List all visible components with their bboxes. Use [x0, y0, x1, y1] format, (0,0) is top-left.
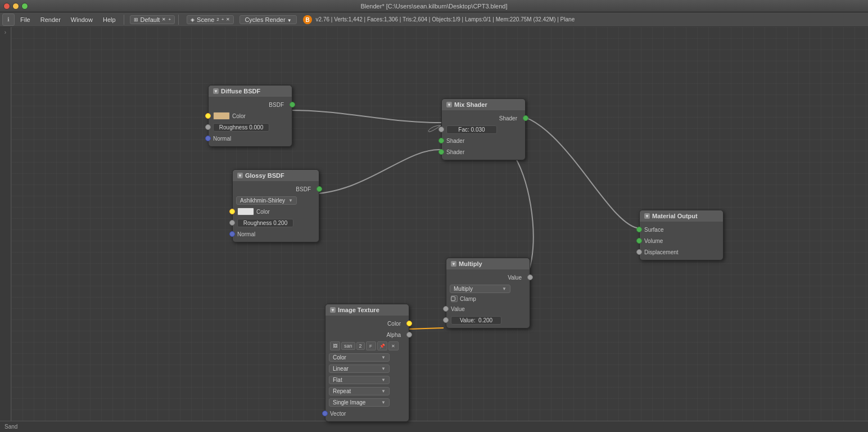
collapse-btn[interactable]: ▼ [213, 88, 219, 94]
glossy-bsdf-output-socket[interactable] [317, 186, 322, 192]
shader1-row: Shader [442, 135, 525, 146]
collapse-btn-mix[interactable]: ▼ [446, 102, 452, 107]
info-icon[interactable]: ℹ [2, 14, 15, 26]
operation-dropdown[interactable]: Multiply ▼ [450, 285, 510, 293]
window-controls [3, 3, 28, 10]
value-label-row: Value [446, 303, 530, 314]
minimize-button[interactable] [12, 3, 19, 10]
value-field-row: Value: 0.200 [446, 314, 530, 326]
left-panel: › [0, 27, 11, 432]
roughness-input-socket[interactable] [205, 124, 211, 130]
clamp-row: Clamp [446, 294, 530, 303]
render-engine[interactable]: Cycles Render ▼ [239, 15, 296, 24]
collapse-btn-multiply[interactable]: ▼ [451, 261, 456, 267]
vector-row: Vector [326, 408, 409, 419]
color-space-dropdown[interactable]: Color ▼ [329, 353, 390, 362]
img-pin-btn[interactable]: 📌 [377, 341, 387, 350]
extension-dropdown[interactable]: Repeat ▼ [329, 387, 390, 395]
source-row: Single Image ▼ [326, 397, 409, 408]
svg-text:B: B [305, 17, 309, 23]
displacement-input-socket[interactable] [636, 249, 642, 255]
mix-shader-header: ▼ Mix Shader [442, 99, 525, 110]
multiply-value-output-socket[interactable] [527, 274, 533, 280]
titlebar: Blender* [C:\Users\sean.kilburn\Desktop\… [0, 0, 868, 12]
roughness-input[interactable]: Roughness 0.000 [213, 123, 269, 132]
menubar: ℹ File Render Window Help ⊞ Default ✕ + … [0, 12, 868, 27]
glossy-roughness-input[interactable]: Roughness 0.200 [237, 219, 293, 227]
help-menu[interactable]: Help [98, 15, 120, 24]
panel-toggle[interactable]: › [4, 29, 6, 35]
glossy-normal-row: Normal [233, 228, 319, 240]
color-output-socket[interactable] [406, 321, 412, 326]
filename-text: san [341, 342, 355, 350]
image-texture-node: ▼ Image Texture Color Alpha 🖼 san 2 F 📌 … [325, 304, 409, 422]
fac-input-socket[interactable] [438, 127, 444, 132]
bsdf-output-row: BSDF [233, 183, 319, 195]
file-menu[interactable]: File [16, 15, 35, 24]
window-menu[interactable]: Window [66, 15, 97, 24]
layout-selector[interactable]: ⊞ Default ✕ + [130, 15, 175, 24]
scene-selector[interactable]: ◈ Scene 2 + ✕ [187, 15, 234, 24]
browse-image-btn[interactable]: 🖼 [330, 341, 340, 350]
volume-row: Volume [640, 235, 723, 246]
glossy-roughness-row: Roughness 0.200 [233, 217, 319, 228]
color-row: Color [209, 110, 292, 122]
color-input-socket[interactable] [205, 113, 211, 119]
material-output-header: ▼ Material Output [640, 210, 723, 222]
shader1-input-socket[interactable] [438, 138, 444, 143]
surface-input-socket[interactable] [636, 227, 642, 232]
multiply-node: ▼ Multiply Value Multiply ▼ Clamp [446, 258, 530, 328]
collapse-btn-glossy[interactable]: ▼ [237, 173, 243, 178]
fac-input[interactable]: Fac: 0.030 [446, 125, 497, 134]
multiply-body: Value Multiply ▼ Clamp Value [446, 269, 530, 328]
surface-row: Surface [640, 224, 723, 235]
vector-input-socket[interactable] [322, 411, 328, 416]
extension-row: Repeat ▼ [326, 385, 409, 397]
glossy-color-swatch[interactable] [237, 208, 254, 215]
diffuse-bsdf-node: ▼ Diffuse BSDF BSDF Color Roughness 0.00… [208, 85, 292, 147]
image-texture-body: Color Alpha 🖼 san 2 F 📌 ✕ Color [326, 316, 409, 421]
connections-svg [0, 27, 868, 432]
bottom-text: Sand [4, 424, 17, 430]
collapse-btn-image[interactable]: ▼ [330, 307, 336, 313]
color-output-row: Color [326, 318, 409, 329]
value-input-socket[interactable] [443, 306, 449, 312]
mix-shader-body: Shader Fac: 0.030 Shader Shader [442, 110, 525, 160]
glossy-bsdf-body: BSDF Ashikhmin-Shirley ▼ Color Rough [233, 181, 319, 242]
color-swatch[interactable] [213, 112, 230, 120]
distribution-dropdown[interactable]: Ashikhmin-Shirley ▼ [236, 196, 297, 205]
interpolation-dropdown[interactable]: Linear ▼ [329, 364, 390, 373]
diffuse-bsdf-header: ▼ Diffuse BSDF [209, 86, 292, 97]
volume-input-socket[interactable] [636, 238, 642, 244]
frame-text: 2 [356, 342, 365, 350]
alpha-output-socket[interactable] [406, 332, 412, 338]
normal-input-socket[interactable] [205, 136, 211, 141]
source-dropdown[interactable]: Single Image ▼ [329, 398, 390, 407]
material-output-body: Surface Volume Displacement [640, 222, 723, 260]
value2-input-socket[interactable] [443, 317, 449, 323]
color-space-row: Color ▼ [326, 352, 409, 363]
mix-shader-output-socket[interactable] [523, 115, 528, 121]
interpolation-row: Linear ▼ [326, 363, 409, 374]
glossy-normal-socket[interactable] [229, 231, 235, 237]
node-editor-canvas[interactable]: › ▼ Diffuse BSDF BSDF [0, 27, 868, 432]
shader2-input-socket[interactable] [438, 149, 444, 155]
render-menu[interactable]: Render [36, 15, 65, 24]
material-output-node: ▼ Material Output Surface Volume Displac… [639, 210, 724, 260]
img-f-btn[interactable]: F [366, 341, 376, 350]
glossy-roughness-socket[interactable] [229, 220, 235, 226]
diffuse-bsdf-body: BSDF Color Roughness 0.000 Normal [209, 97, 292, 146]
img-x-btn[interactable]: ✕ [388, 341, 399, 350]
alpha-output-row: Alpha [326, 329, 409, 340]
glossy-color-row: Color [233, 206, 319, 217]
displacement-row: Displacement [640, 246, 723, 258]
collapse-btn-material[interactable]: ▼ [644, 213, 650, 219]
projection-dropdown[interactable]: Flat ▼ [329, 376, 390, 384]
value-output-row: Value [446, 272, 530, 283]
multiply-value-input[interactable]: Value: 0.200 [451, 316, 501, 325]
glossy-color-input-socket[interactable] [229, 209, 235, 214]
maximize-button[interactable] [21, 3, 28, 10]
bsdf-output-row: BSDF [209, 99, 292, 110]
bsdf-output-socket[interactable] [290, 102, 295, 107]
close-button[interactable] [3, 3, 10, 10]
